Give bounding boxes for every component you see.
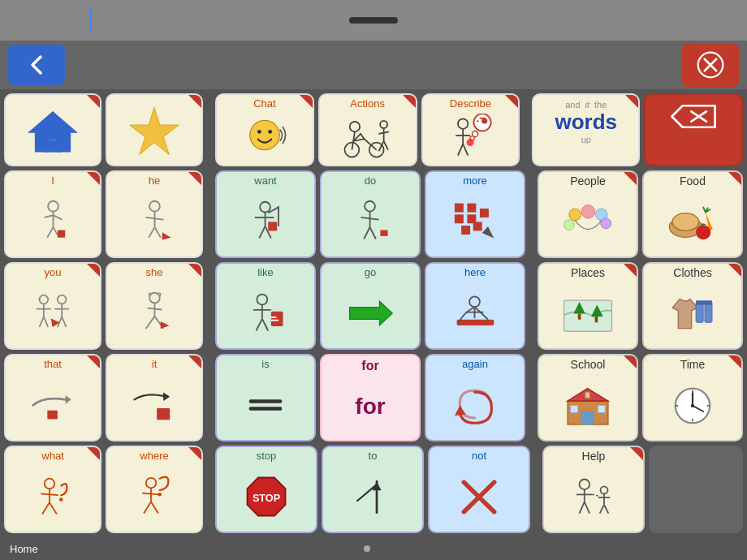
cell-what-label: what [8,450,97,462]
cell-he[interactable]: he [106,170,203,258]
cell-i[interactable]: I [4,170,101,258]
icon-i [31,199,76,243]
chat-icon [240,114,289,161]
svg-point-13 [458,118,468,128]
icon-food [665,201,720,242]
cell-school[interactable]: School [538,354,638,442]
svg-point-7 [257,130,261,134]
words-it: it [585,100,590,110]
svg-marker-69 [163,392,170,401]
cell-places[interactable]: Places [538,262,638,350]
home-label: Home [10,543,38,555]
svg-rect-63 [595,317,598,322]
star-cell[interactable] [106,93,203,166]
svg-rect-37 [473,222,482,231]
svg-rect-24 [58,230,65,238]
actions-cell[interactable]: Actions [318,93,417,166]
cell-what[interactable]: what [4,446,101,533]
cell-to[interactable]: to [322,446,424,533]
cell-like[interactable]: like [215,262,316,350]
cell-you[interactable]: you [4,262,101,350]
cell-it[interactable]: it [106,354,203,442]
svg-rect-32 [467,204,476,213]
cell-that[interactable]: that [4,354,101,442]
delete-button[interactable] [644,93,743,166]
describe-cell[interactable]: Describe [421,93,520,166]
cell-time[interactable]: Time [642,354,743,442]
star-icon [125,104,184,157]
close-button[interactable] [682,43,739,88]
cell-people[interactable]: People [538,170,638,258]
svg-point-23 [48,201,58,212]
svg-text:STOP: STOP [253,493,280,504]
cell-for[interactable]: for for [320,354,421,442]
svg-marker-67 [66,395,71,404]
cell-she[interactable]: she [106,262,203,350]
cell-more-label: more [429,175,521,187]
icon-clothes [665,293,720,334]
cell-i-label: I [8,175,97,187]
cell-not[interactable]: not [428,446,530,533]
icon-stop: STOP [244,474,289,519]
svg-rect-57 [457,320,494,325]
cell-want-label: want [219,175,312,187]
chat-cell[interactable]: Chat [215,93,314,166]
words-display: and it the words up [532,93,640,166]
actions-icon [339,114,397,161]
svg-point-45 [672,213,699,231]
cell-is[interactable]: is [215,354,316,442]
words-the: the [594,100,607,110]
cell-not-label: not [432,450,526,462]
cell-clothes[interactable]: Clothes [642,262,743,350]
page-dot [364,545,370,552]
cell-is-label: is [219,359,312,370]
close-icon [696,50,725,80]
cell-where[interactable]: where [106,446,203,533]
cell-more[interactable]: more [425,170,525,258]
cell-food[interactable]: Food [642,170,743,258]
svg-rect-30 [380,230,387,236]
svg-rect-79 [598,406,605,413]
icon-here [451,291,499,334]
icon-go [346,294,395,333]
svg-point-39 [569,209,581,221]
cell-go[interactable]: go [320,262,421,350]
svg-rect-28 [268,222,277,231]
cell-like-label: like [219,267,312,278]
svg-point-42 [564,220,575,230]
cell-do[interactable]: do [320,170,421,258]
cell-help[interactable]: Help [542,446,645,533]
svg-rect-76 [581,411,594,424]
top-bar-handle [349,17,398,24]
home-cell[interactable] [4,93,101,166]
cell-stop[interactable]: stop STOP [215,446,317,533]
svg-rect-66 [696,300,712,304]
cell-he-label: he [110,175,199,187]
svg-rect-36 [461,226,470,235]
grid-row-2: you she [4,262,743,350]
cell-again[interactable]: again [425,354,525,442]
icon-like [241,291,290,335]
cell-to-label: to [326,450,420,462]
icon-where [131,474,178,519]
svg-point-90 [146,477,156,487]
bottom-bar: Home [0,537,747,560]
icon-time [667,382,718,428]
cell-help-label: Help [546,450,641,463]
cell-here[interactable]: here [425,262,525,350]
svg-point-8 [268,130,272,134]
svg-point-12 [380,121,387,128]
svg-rect-35 [480,209,489,218]
svg-point-99 [601,487,608,494]
cursor-line [89,6,92,34]
cell-want[interactable]: want [215,170,316,258]
icon-it [131,385,178,425]
back-button[interactable] [8,45,65,85]
icon-more [451,200,499,243]
svg-rect-55 [271,320,279,321]
icon-he [132,199,177,243]
svg-point-50 [149,292,160,303]
chat-label: Chat [219,98,310,110]
icon-people [560,201,615,242]
svg-rect-68 [47,410,57,419]
